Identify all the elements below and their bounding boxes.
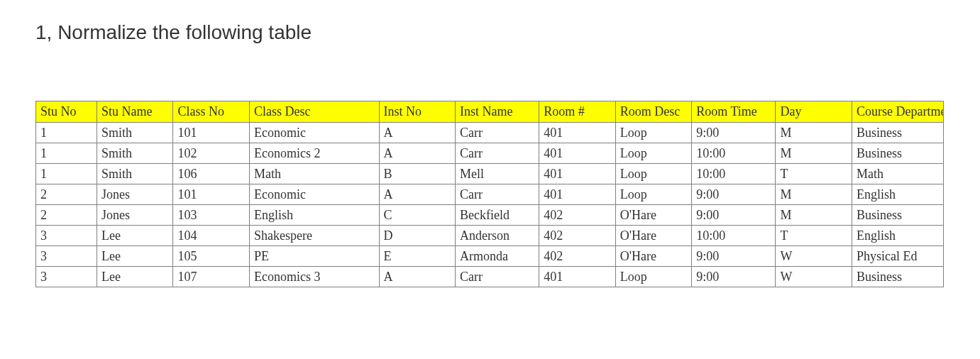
cell-day: T (776, 164, 852, 184)
cell-room_desc: O'Hare (615, 205, 691, 226)
page-title: 1, Normalize the following table (35, 21, 945, 44)
cell-inst_no: A (379, 184, 455, 205)
cell-inst_no: B (379, 164, 455, 184)
cell-inst_no: E (379, 246, 455, 267)
col-header-course-dept: Course Department (852, 101, 943, 123)
cell-room_num: 401 (539, 164, 615, 184)
cell-room_num: 401 (539, 143, 615, 164)
table-header-row: Stu No Stu Name Class No Class Desc Inst… (36, 101, 944, 123)
cell-course_dept: Math (852, 164, 943, 184)
cell-inst_name: Armonda (456, 246, 539, 267)
col-header-inst-name: Inst Name (456, 101, 539, 123)
cell-room_num: 402 (539, 226, 615, 246)
cell-day: M (776, 123, 852, 143)
cell-room_desc: O'Hare (615, 226, 691, 246)
col-header-inst-no: Inst No (379, 101, 455, 123)
cell-room_desc: Loop (615, 164, 691, 184)
cell-inst_no: A (379, 143, 455, 164)
cell-stu_no: 2 (36, 184, 97, 205)
cell-class_no: 107 (173, 267, 249, 287)
cell-room_time: 9:00 (692, 123, 776, 143)
cell-inst_name: Anderson (456, 226, 539, 246)
cell-inst_no: D (379, 226, 455, 246)
col-header-room-num: Room # (539, 101, 615, 123)
cell-stu_name: Smith (97, 143, 172, 164)
cell-stu_no: 1 (36, 164, 97, 184)
cell-inst_name: Carr (456, 143, 539, 164)
cell-stu_no: 3 (36, 267, 97, 287)
cell-stu_no: 1 (36, 123, 97, 143)
cell-stu_name: Smith (97, 164, 172, 184)
cell-room_time: 9:00 (692, 246, 776, 267)
table-row: 1Smith101EconomicACarr401Loop9:00MBusine… (36, 123, 944, 143)
cell-course_dept: Physical Ed (852, 246, 943, 267)
table-body: 1Smith101EconomicACarr401Loop9:00MBusine… (36, 123, 944, 287)
cell-stu_name: Jones (97, 184, 172, 205)
table-row: 2Jones103EnglishCBeckfield402O'Hare9:00M… (36, 205, 944, 226)
cell-class_no: 103 (173, 205, 249, 226)
cell-room_desc: Loop (615, 184, 691, 205)
cell-room_num: 401 (539, 184, 615, 205)
cell-class_desc: Economics 3 (249, 267, 379, 287)
cell-inst_no: A (379, 267, 455, 287)
cell-stu_no: 2 (36, 205, 97, 226)
col-header-room-time: Room Time (692, 101, 776, 123)
cell-class_no: 105 (173, 246, 249, 267)
table-row: 1Smith102Economics 2ACarr401Loop10:00MBu… (36, 143, 944, 164)
cell-inst_no: A (379, 123, 455, 143)
cell-inst_name: Mell (456, 164, 539, 184)
cell-room_time: 10:00 (692, 143, 776, 164)
table-row: 1Smith106MathBMell401Loop10:00TMath (36, 164, 944, 184)
col-header-day: Day (776, 101, 852, 123)
cell-stu_name: Lee (97, 246, 172, 267)
cell-room_desc: Loop (615, 123, 691, 143)
cell-room_desc: Loop (615, 267, 691, 287)
col-header-stu-name: Stu Name (97, 101, 172, 123)
cell-room_time: 10:00 (692, 164, 776, 184)
cell-room_num: 401 (539, 267, 615, 287)
cell-room_time: 10:00 (692, 226, 776, 246)
cell-room_desc: Loop (615, 143, 691, 164)
cell-stu_no: 3 (36, 226, 97, 246)
col-header-stu-no: Stu No (36, 101, 97, 123)
cell-stu_name: Smith (97, 123, 172, 143)
cell-inst_name: Carr (456, 267, 539, 287)
cell-class_desc: Shakespere (249, 226, 379, 246)
table-row: 2Jones101EconomicACarr401Loop9:00MEnglis… (36, 184, 944, 205)
cell-stu_name: Lee (97, 226, 172, 246)
cell-room_num: 402 (539, 205, 615, 226)
table-row: 3Lee107Economics 3ACarr401Loop9:00WBusin… (36, 267, 944, 287)
cell-course_dept: Business (852, 123, 943, 143)
cell-room_num: 401 (539, 123, 615, 143)
cell-class_desc: PE (249, 246, 379, 267)
cell-stu_no: 1 (36, 143, 97, 164)
cell-inst_name: Beckfield (456, 205, 539, 226)
cell-room_num: 402 (539, 246, 615, 267)
cell-day: W (776, 267, 852, 287)
col-header-class-no: Class No (173, 101, 249, 123)
cell-day: W (776, 246, 852, 267)
cell-stu_no: 3 (36, 246, 97, 267)
cell-stu_name: Lee (97, 267, 172, 287)
cell-room_time: 9:00 (692, 267, 776, 287)
normalization-table: Stu No Stu Name Class No Class Desc Inst… (35, 101, 944, 287)
cell-course_dept: Business (852, 267, 943, 287)
cell-class_desc: Economics 2 (249, 143, 379, 164)
cell-class_desc: Math (249, 164, 379, 184)
cell-class_no: 104 (173, 226, 249, 246)
cell-room_desc: O'Hare (615, 246, 691, 267)
cell-inst_name: Carr (456, 123, 539, 143)
cell-class_desc: Economic (249, 123, 379, 143)
cell-course_dept: Business (852, 205, 943, 226)
cell-inst_name: Carr (456, 184, 539, 205)
cell-room_time: 9:00 (692, 184, 776, 205)
cell-class_no: 102 (173, 143, 249, 164)
col-header-room-desc: Room Desc (615, 101, 691, 123)
col-header-class-desc: Class Desc (249, 101, 379, 123)
cell-day: M (776, 143, 852, 164)
cell-class_desc: English (249, 205, 379, 226)
cell-room_time: 9:00 (692, 205, 776, 226)
cell-class_no: 101 (173, 184, 249, 205)
cell-stu_name: Jones (97, 205, 172, 226)
cell-day: T (776, 226, 852, 246)
